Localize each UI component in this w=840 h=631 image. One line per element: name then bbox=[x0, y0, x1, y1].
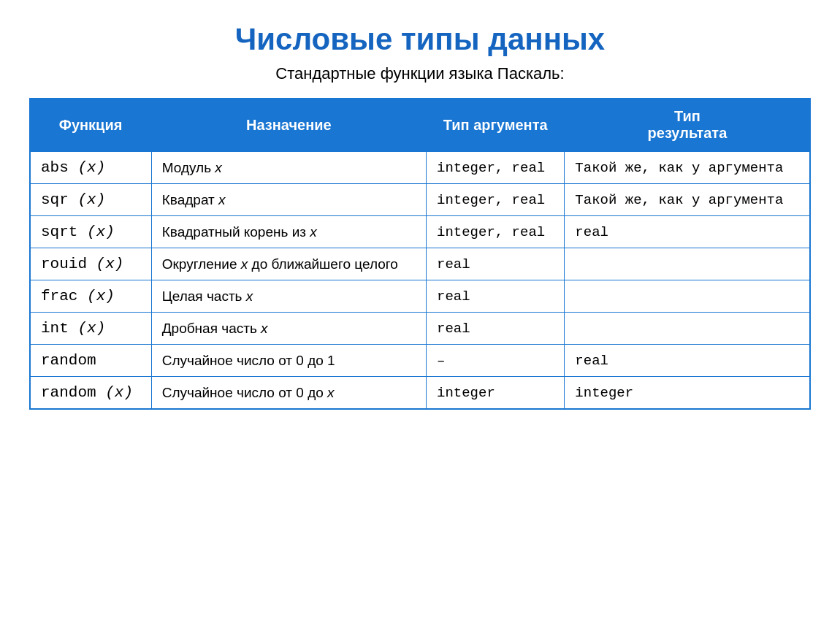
table-cell-arg-type: – bbox=[426, 345, 564, 377]
table-cell-arg-type: integer, real bbox=[426, 151, 564, 184]
col-header-function: Функция bbox=[30, 99, 151, 151]
table-cell-desc: Дробная часть x bbox=[151, 313, 426, 345]
table-cell-func: abs (x) bbox=[30, 151, 151, 184]
table-row: int (x)Дробная часть xreal bbox=[30, 313, 810, 345]
table-cell-result-type: real bbox=[565, 345, 810, 377]
table-row: sqr (x)Квадрат xinteger, realТакой же, к… bbox=[30, 184, 810, 216]
table-cell-desc: Случайное число от 0 до x bbox=[151, 377, 426, 410]
table-cell-desc: Целая часть x bbox=[151, 280, 426, 313]
page-title: Числовые типы данных bbox=[235, 22, 605, 57]
table-row: frac (x)Целая часть xreal bbox=[30, 280, 810, 313]
table-row: randomСлучайное число от 0 до 1–real bbox=[30, 345, 810, 377]
table-cell-arg-type: integer, real bbox=[426, 184, 564, 216]
functions-table: Функция Назначение Тип аргумента Типрезу… bbox=[29, 98, 811, 410]
table-cell-desc: Квадратный корень из x bbox=[151, 216, 426, 248]
table-cell-func: sqr (x) bbox=[30, 184, 151, 216]
table-cell-func: int (x) bbox=[30, 313, 151, 345]
col-header-result-type: Типрезультата bbox=[565, 99, 810, 151]
table-cell-result-type: Такой же, как у аргумента bbox=[565, 151, 810, 184]
table-row: random (x)Случайное число от 0 до xinteg… bbox=[30, 377, 810, 410]
subtitle: Стандартные функции языка Паскаль: bbox=[275, 64, 564, 83]
table-cell-result-type: real bbox=[565, 216, 810, 248]
table-cell-desc: Модуль x bbox=[151, 151, 426, 184]
table-cell-desc: Округление x до ближайшего целого bbox=[151, 248, 426, 280]
table-cell-func: random bbox=[30, 345, 151, 377]
table-cell-arg-type: real bbox=[426, 280, 564, 313]
table-cell-result-type: integer bbox=[565, 377, 810, 410]
table-cell-func: random (x) bbox=[30, 377, 151, 410]
table-row: sqrt (x)Квадратный корень из xinteger, r… bbox=[30, 216, 810, 248]
table-cell-desc: Случайное число от 0 до 1 bbox=[151, 345, 426, 377]
table-cell-arg-type: integer bbox=[426, 377, 564, 410]
table-row: rouid (x)Округление x до ближайшего цело… bbox=[30, 248, 810, 280]
table-cell-func: rouid (x) bbox=[30, 248, 151, 280]
table-cell-arg-type: integer, real bbox=[426, 216, 564, 248]
table-cell-result-type bbox=[565, 280, 810, 313]
table-cell-func: frac (x) bbox=[30, 280, 151, 313]
col-header-arg-type: Тип аргумента bbox=[426, 99, 564, 151]
table-cell-arg-type: real bbox=[426, 313, 564, 345]
table-header-row: Функция Назначение Тип аргумента Типрезу… bbox=[30, 99, 810, 151]
col-header-desc: Назначение bbox=[151, 99, 426, 151]
table-cell-arg-type: real bbox=[426, 248, 564, 280]
table-cell-result-type bbox=[565, 248, 810, 280]
table-cell-result-type bbox=[565, 313, 810, 345]
table-cell-desc: Квадрат x bbox=[151, 184, 426, 216]
table-cell-result-type: Такой же, как у аргумента bbox=[565, 184, 810, 216]
table-cell-func: sqrt (x) bbox=[30, 216, 151, 248]
table-row: abs (x)Модуль xinteger, realТакой же, ка… bbox=[30, 151, 810, 184]
